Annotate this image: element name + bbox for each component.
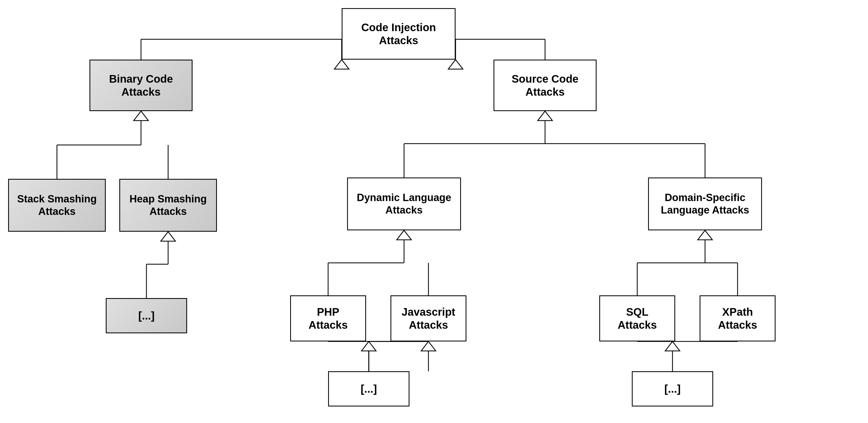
sql-attacks-node: SQLAttacks [599, 295, 675, 341]
stack-smashing-attacks-label: Stack SmashingAttacks [17, 193, 97, 218]
domain-specific-language-attacks-label: Domain-SpecificLanguage Attacks [661, 192, 749, 216]
xpath-attacks-node: XPathAttacks [700, 295, 776, 341]
javascript-attacks-label: JavascriptAttacks [402, 305, 455, 331]
code-injection-attacks-label: Code Injection Attacks [345, 21, 452, 47]
php-attacks-node: PHPAttacks [290, 295, 366, 341]
javascript-attacks-node: JavascriptAttacks [391, 295, 466, 341]
svg-marker-43 [665, 341, 680, 351]
ellipsis-dynamic-label: [...] [361, 382, 377, 395]
xpath-attacks-label: XPathAttacks [718, 305, 757, 331]
dynamic-language-attacks-node: Dynamic LanguageAttacks [347, 177, 461, 230]
svg-marker-32 [421, 341, 436, 351]
binary-code-attacks-label: Binary CodeAttacks [109, 72, 173, 98]
svg-marker-36 [698, 230, 712, 240]
heap-smashing-attacks-label: Heap SmashingAttacks [129, 193, 207, 218]
ellipsis-binary-node: [...] [106, 298, 187, 333]
svg-marker-16 [161, 232, 176, 241]
svg-marker-7 [448, 60, 463, 69]
domain-specific-language-attacks-node: Domain-SpecificLanguage Attacks [648, 177, 762, 230]
diagram-container: Code Injection Attacks Binary CodeAttack… [0, 0, 868, 423]
svg-marker-26 [397, 230, 411, 240]
ellipsis-domain-label: [...] [664, 382, 681, 395]
source-code-attacks-label: Source CodeAttacks [512, 72, 579, 98]
binary-code-attacks-node: Binary CodeAttacks [90, 60, 192, 111]
dynamic-language-attacks-label: Dynamic LanguageAttacks [357, 192, 451, 216]
code-injection-attacks-node: Code Injection Attacks [342, 8, 456, 60]
svg-marker-47 [362, 341, 376, 351]
svg-marker-20 [538, 111, 552, 121]
sql-attacks-label: SQLAttacks [618, 305, 657, 331]
ellipsis-binary-label: [...] [138, 309, 155, 322]
svg-marker-11 [134, 111, 148, 121]
source-code-attacks-node: Source CodeAttacks [494, 60, 596, 111]
ellipsis-dynamic-node: [...] [328, 371, 409, 406]
stack-smashing-attacks-node: Stack SmashingAttacks [8, 179, 106, 232]
php-attacks-label: PHPAttacks [309, 305, 348, 331]
ellipsis-domain-node: [...] [632, 371, 713, 406]
heap-smashing-attacks-node: Heap SmashingAttacks [119, 179, 217, 232]
svg-marker-3 [334, 60, 349, 69]
